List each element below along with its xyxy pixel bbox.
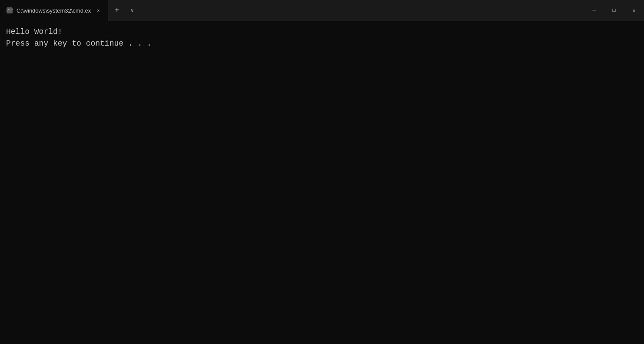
tab-title: C:\windows\system32\cmd.ex xyxy=(17,7,91,14)
maximize-button[interactable]: □ xyxy=(604,0,624,21)
minimize-button[interactable]: — xyxy=(584,0,604,21)
terminal-window: C:\ C:\windows\system32\cmd.ex × + ∨ — □… xyxy=(0,0,644,344)
tab-area: C:\ C:\windows\system32\cmd.ex × + ∨ xyxy=(0,0,584,21)
active-tab[interactable]: C:\ C:\windows\system32\cmd.ex × xyxy=(0,0,108,21)
terminal-line-2: Press any key to continue . . . xyxy=(6,38,638,50)
svg-text:C:\: C:\ xyxy=(7,9,13,13)
titlebar: C:\ C:\windows\system32\cmd.ex × + ∨ — □… xyxy=(0,0,644,21)
terminal-body[interactable]: Hello World! Press any key to continue .… xyxy=(0,21,644,344)
close-button[interactable]: ✕ xyxy=(624,0,644,21)
tab-close-button[interactable]: × xyxy=(94,7,102,14)
window-controls: — □ ✕ xyxy=(584,0,644,21)
tab-dropdown-button[interactable]: ∨ xyxy=(126,4,139,17)
terminal-tab-icon: C:\ xyxy=(6,7,13,14)
new-tab-button[interactable]: + xyxy=(109,3,125,18)
terminal-line-1: Hello World! xyxy=(6,26,638,38)
